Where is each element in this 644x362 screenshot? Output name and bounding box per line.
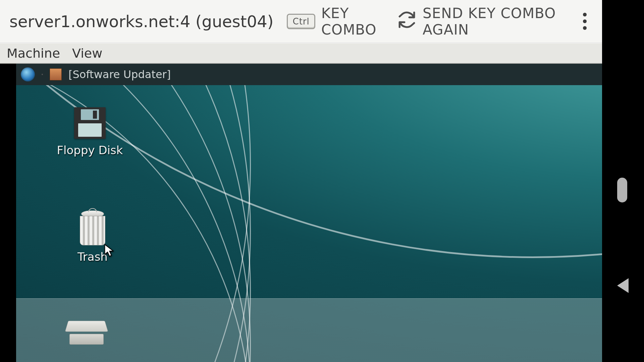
device-right-bar (602, 0, 644, 362)
vm-menu-bar: Machine View (0, 43, 602, 64)
task-software-updater-label[interactable]: [Software Updater] (68, 68, 171, 81)
taskbar-separator-icon (42, 74, 43, 75)
floppy-disk-icon (74, 107, 106, 139)
desktop-icon-floppy-disk[interactable]: Floppy Disk (56, 107, 123, 157)
desktop-icon-trash[interactable]: Trash (59, 210, 126, 263)
menu-view[interactable]: View (72, 46, 102, 61)
kebab-dot-icon (583, 19, 587, 23)
mouse-cursor-icon (104, 244, 114, 257)
desktop-icon-label: Floppy Disk (57, 143, 123, 157)
desktop-icon-drive[interactable] (53, 318, 120, 349)
overflow-menu-button[interactable] (577, 9, 593, 33)
scrollbar-thumb[interactable] (617, 178, 627, 202)
kebab-dot-icon (583, 13, 587, 16)
trash-icon (78, 210, 107, 245)
send-key-combo-again-button[interactable]: SEND KEY COMBO AGAIN (397, 5, 564, 38)
menu-machine[interactable]: Machine (7, 46, 60, 61)
kebab-dot-icon (583, 26, 587, 30)
hard-drive-icon (65, 318, 108, 345)
guest-viewport-wrap: [Software Updater] Floppy Disk Trash (0, 64, 602, 362)
send-again-label: SEND KEY COMBO AGAIN (423, 5, 564, 38)
nav-back-icon[interactable] (617, 278, 629, 293)
refresh-icon (397, 10, 417, 33)
key-combo-button[interactable]: Ctrl KEY COMBO (287, 5, 384, 38)
start-menu-icon[interactable] (21, 67, 35, 81)
topbar: server1.onworks.net:4 (guest04) Ctrl KEY… (0, 0, 602, 43)
app-root: server1.onworks.net:4 (guest04) Ctrl KEY… (0, 0, 644, 362)
guest-left-border (0, 64, 16, 362)
guest-desktop[interactable]: [Software Updater] Floppy Disk Trash (16, 64, 602, 362)
guest-taskbar[interactable]: [Software Updater] (16, 64, 602, 85)
desktop-icon-label: Trash (77, 250, 108, 263)
key-combo-label: KEY COMBO (321, 5, 384, 38)
connection-title: server1.onworks.net:4 (guest04) (9, 12, 273, 31)
task-software-updater-icon[interactable] (50, 68, 62, 80)
app-area: server1.onworks.net:4 (guest04) Ctrl KEY… (0, 0, 602, 362)
ctrl-key-icon: Ctrl (287, 14, 315, 29)
